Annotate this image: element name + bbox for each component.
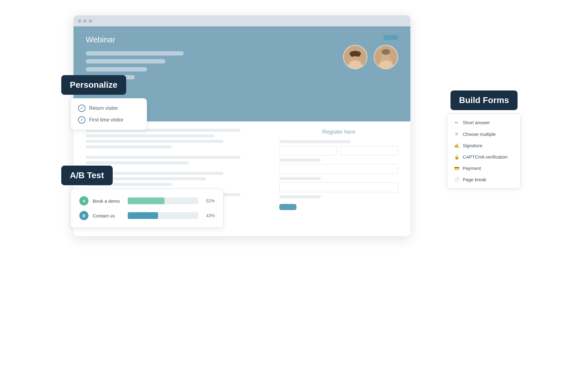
personalize-label: Personalize bbox=[61, 75, 126, 95]
content-bar-5 bbox=[86, 156, 240, 159]
webinar-register-btn[interactable] bbox=[383, 35, 398, 40]
webinar-bar-2 bbox=[86, 59, 165, 63]
form-option-label-5: Page break bbox=[463, 177, 486, 182]
webinar-bar-1 bbox=[86, 51, 184, 56]
form-input-first[interactable] bbox=[279, 146, 337, 155]
form-section-right: Register here bbox=[273, 129, 398, 211]
svg-point-4 bbox=[355, 52, 361, 56]
form-option-label-3: CAPTCHA verification bbox=[463, 154, 508, 159]
ab-row-b: B Contact us 43% bbox=[79, 211, 215, 220]
ab-bar-a bbox=[128, 197, 164, 204]
avatars-row bbox=[343, 45, 398, 69]
browser-dot-1 bbox=[78, 19, 81, 23]
form-bar-2 bbox=[279, 159, 321, 162]
form-bar-4 bbox=[279, 195, 321, 198]
form-option-payment[interactable]: 💳 Payment bbox=[450, 163, 518, 174]
build-forms-card: ✏ Short answer ≡ Choose multiple ✍ Signa… bbox=[447, 113, 521, 189]
form-option-label-1: Choose multiple bbox=[463, 132, 496, 137]
browser-titlebar bbox=[74, 15, 410, 26]
build-forms-label: Build Forms bbox=[450, 90, 518, 110]
ab-bar-container-a bbox=[128, 197, 198, 204]
form-option-label-0: Short answer bbox=[463, 120, 490, 125]
ab-label-b: Contact us bbox=[93, 213, 123, 218]
content-bar-4 bbox=[86, 145, 172, 148]
signature-icon: ✍ bbox=[454, 143, 460, 148]
form-bar-1 bbox=[279, 140, 351, 143]
ab-pct-b: 43% bbox=[202, 213, 215, 218]
check-icon-1 bbox=[78, 105, 85, 112]
svg-point-9 bbox=[382, 49, 390, 55]
avatar-woman bbox=[343, 45, 368, 69]
form-option-label-2: Signature bbox=[463, 143, 482, 148]
form-option-page-break[interactable]: 📄 Page break bbox=[450, 174, 518, 185]
ab-label-a: Book a demo bbox=[93, 198, 123, 204]
form-option-choose-multiple[interactable]: ≡ Choose multiple bbox=[450, 128, 518, 140]
form-option-signature[interactable]: ✍ Signature bbox=[450, 140, 518, 151]
personalize-card: Return visitor First time visitor bbox=[70, 98, 147, 130]
form-option-captcha[interactable]: 🔒 CAPTCHA verification bbox=[450, 151, 518, 163]
ab-bar-container-b bbox=[128, 212, 198, 219]
form-input-phone[interactable] bbox=[279, 182, 398, 192]
webinar-header-right bbox=[343, 35, 398, 69]
svg-point-3 bbox=[350, 52, 356, 56]
register-title: Register here bbox=[279, 129, 398, 135]
ab-bar-b bbox=[128, 212, 158, 219]
payment-icon: 💳 bbox=[454, 166, 460, 171]
ab-test-card: A Book a demo 52% B Contact us 43% bbox=[70, 189, 224, 228]
webinar-bar-3 bbox=[86, 67, 147, 71]
form-option-label-4: Payment bbox=[463, 166, 481, 171]
ab-test-label: A/B Test bbox=[61, 166, 113, 185]
ab-badge-b: B bbox=[79, 211, 89, 220]
ab-badge-a: A bbox=[79, 196, 89, 205]
list-icon: ≡ bbox=[454, 131, 460, 137]
content-bar-2 bbox=[86, 134, 215, 137]
form-input-row-1 bbox=[279, 146, 398, 155]
ab-row-a: A Book a demo 52% bbox=[79, 196, 215, 205]
form-input-email[interactable] bbox=[279, 164, 398, 174]
content-bar-3 bbox=[86, 140, 223, 143]
check-icon-2 bbox=[78, 116, 85, 124]
form-option-short-answer[interactable]: ✏ Short answer bbox=[450, 117, 518, 128]
pencil-icon: ✏ bbox=[454, 120, 460, 125]
form-bar-3 bbox=[279, 177, 321, 180]
ab-pct-a: 52% bbox=[202, 198, 215, 203]
personalize-item-2: First time visitor bbox=[78, 116, 139, 124]
personalize-item-label-1: Return visitor bbox=[89, 105, 118, 111]
browser-dot-3 bbox=[89, 19, 92, 23]
personalize-item-label-2: First time visitor bbox=[89, 117, 123, 123]
pagebreak-icon: 📄 bbox=[454, 177, 460, 182]
form-input-last[interactable] bbox=[340, 146, 398, 155]
scene: Webinar bbox=[61, 15, 521, 353]
browser-dot-2 bbox=[83, 19, 87, 23]
avatar-man bbox=[374, 45, 398, 69]
content-bar-6 bbox=[86, 161, 189, 164]
form-submit-btn[interactable] bbox=[279, 204, 296, 210]
captcha-icon: 🔒 bbox=[454, 155, 460, 159]
personalize-item-1: Return visitor bbox=[78, 105, 139, 112]
